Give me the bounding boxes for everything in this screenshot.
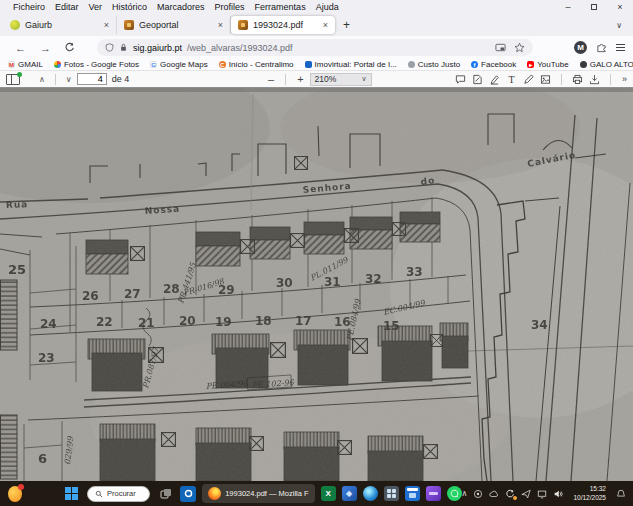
- outlook-icon[interactable]: [180, 486, 196, 502]
- start-button[interactable]: [64, 486, 80, 502]
- picture-in-picture-icon[interactable]: [495, 42, 506, 53]
- comment-tool-button[interactable]: [454, 73, 467, 86]
- menu-profiles[interactable]: Profiles: [210, 2, 250, 12]
- bookmark-google-fotos[interactable]: Fotos - Google Fotos: [54, 60, 139, 69]
- volume-icon[interactable]: [553, 489, 563, 499]
- bookmark-custojusto[interactable]: Custo Justo: [408, 60, 460, 69]
- tab-gaiurb[interactable]: Gaiurb ×: [3, 16, 117, 34]
- tab-label: 1993024.pdf: [253, 20, 318, 30]
- draw-tool-button[interactable]: [522, 73, 535, 86]
- bookmark-imovirtual[interactable]: Imovirtual: Portal de I...: [305, 60, 397, 69]
- extensions-icon[interactable]: [596, 42, 607, 53]
- tab-close-icon[interactable]: ×: [104, 20, 109, 30]
- whatsapp-icon[interactable]: [447, 486, 462, 501]
- url-bar[interactable]: sig.gaiurb.pt/web_alvaras/1993024.pdf: [97, 39, 533, 56]
- text-tool-button[interactable]: T: [505, 73, 518, 86]
- photos-icon[interactable]: ◆: [342, 486, 357, 501]
- galo-alto-icon: [580, 61, 587, 68]
- maximize-button[interactable]: [581, 0, 607, 14]
- bookmark-gmail[interactable]: MGMAIL: [8, 60, 43, 69]
- bookmark-youtube[interactable]: ▸YouTube: [527, 60, 568, 69]
- reload-button[interactable]: [58, 42, 81, 53]
- back-button[interactable]: ←: [8, 42, 33, 54]
- scanned-map-page: Rua Nossa Senhora do Calvário 25 26 27 2…: [0, 88, 633, 481]
- task-view-icon[interactable]: [158, 486, 174, 502]
- centralimo-icon: C: [219, 61, 226, 68]
- windows-taskbar: Procurar 1993024.pdf — Mozilla F X ◆ ∧: [0, 481, 633, 506]
- close-button[interactable]: ×: [607, 0, 633, 14]
- clock-time: 15:32: [590, 485, 606, 492]
- menu-bookmarks[interactable]: Marcadores: [152, 2, 210, 12]
- new-tab-button[interactable]: +: [335, 18, 358, 32]
- bookmark-google-maps[interactable]: GGoogle Maps: [150, 60, 208, 69]
- scan-noise-overlay: [0, 88, 633, 481]
- calculator-icon[interactable]: [384, 486, 399, 501]
- taskbar-window-title: 1993024.pdf — Mozilla F: [225, 489, 308, 498]
- taskbar-clock[interactable]: 15:32 10/12/2025: [573, 485, 606, 503]
- menu-tools[interactable]: Ferramentas: [250, 2, 311, 12]
- list-all-tabs-icon[interactable]: ∨: [616, 21, 630, 30]
- zoom-out-button[interactable]: –: [262, 73, 280, 85]
- pdf-page-canvas[interactable]: Rua Nossa Senhora do Calvário 25 26 27 2…: [0, 88, 633, 481]
- widgets-weather-icon[interactable]: [8, 486, 22, 502]
- minimize-button[interactable]: –: [555, 0, 581, 14]
- geoportal-favicon: [124, 20, 134, 30]
- tab-pdf-active[interactable]: 1993024.pdf ×: [231, 16, 335, 34]
- excel-icon[interactable]: X: [321, 486, 336, 501]
- zoom-in-button[interactable]: +: [291, 73, 309, 85]
- calendar-icon[interactable]: [405, 486, 420, 501]
- previous-page-icon[interactable]: ∧: [34, 75, 50, 84]
- alert-dot: [513, 496, 517, 500]
- taskbar-apps: 1993024.pdf — Mozilla F X ◆: [158, 484, 461, 503]
- notification-bell-icon[interactable]: [616, 489, 626, 499]
- clock-date: 10/12/2025: [573, 494, 606, 501]
- toggle-sidebar-icon[interactable]: [6, 74, 20, 85]
- onedrive-cloud-icon[interactable]: [489, 489, 499, 499]
- tab-strip: Gaiurb × Geoportal × 1993024.pdf × + ∨: [0, 14, 633, 36]
- page-number-input[interactable]: [77, 73, 107, 85]
- hidden-icons-chevron[interactable]: ∧: [462, 489, 468, 498]
- forward-button[interactable]: →: [33, 42, 58, 54]
- tracking-shield-icon[interactable]: [105, 43, 114, 52]
- bookmark-centralimo[interactable]: CInício - Centralimo: [219, 60, 294, 69]
- edge-icon[interactable]: [363, 486, 378, 501]
- notification-badge: [18, 484, 24, 490]
- tab-close-icon[interactable]: ×: [218, 20, 223, 30]
- app-menu-icon[interactable]: [616, 44, 625, 51]
- wallet-icon[interactable]: [426, 486, 441, 501]
- add-image-button[interactable]: [539, 73, 552, 86]
- pdf-favicon: [238, 20, 248, 30]
- menu-view[interactable]: Ver: [84, 2, 108, 12]
- search-label: Procurar: [107, 489, 136, 498]
- menu-file[interactable]: Ficheiro: [8, 2, 50, 12]
- more-tools-button[interactable]: »: [620, 74, 627, 84]
- maximize-icon: [591, 4, 597, 10]
- print-button[interactable]: [571, 73, 584, 86]
- highlight-tool-button[interactable]: [488, 73, 501, 86]
- tab-geoportal[interactable]: Geoportal ×: [117, 16, 231, 34]
- facebook-icon: f: [471, 61, 478, 68]
- download-button[interactable]: [588, 73, 601, 86]
- menu-history[interactable]: Histórico: [107, 2, 152, 12]
- display-device-icon[interactable]: [537, 489, 547, 499]
- youtube-icon: ▸: [527, 61, 534, 68]
- bookmarks-toolbar: MGMAIL Fotos - Google Fotos GGoogle Maps…: [0, 59, 633, 71]
- menu-edit[interactable]: Editar: [50, 2, 84, 12]
- zoom-level-select[interactable]: 210%∨: [310, 73, 372, 86]
- sync-alert-icon[interactable]: [505, 489, 515, 499]
- edit-document-button[interactable]: [471, 73, 484, 86]
- bookmark-galo-alto[interactable]: GALO ALTO - SOCIED...: [580, 60, 633, 69]
- taskbar-firefox-window-button[interactable]: 1993024.pdf — Mozilla F: [202, 484, 314, 503]
- imovirtual-icon: [305, 61, 312, 68]
- taskbar-search[interactable]: Procurar: [87, 486, 150, 502]
- account-avatar[interactable]: M: [574, 41, 587, 54]
- tab-close-icon[interactable]: ×: [323, 20, 328, 30]
- bookmark-star-icon[interactable]: [514, 42, 525, 53]
- zoom-controls: – + 210%∨: [262, 73, 372, 86]
- security-status-icon[interactable]: [473, 489, 483, 499]
- bookmark-facebook[interactable]: fFacebook: [471, 60, 516, 69]
- menu-help[interactable]: Ajuda: [311, 2, 344, 12]
- nearby-share-icon[interactable]: [521, 489, 531, 499]
- next-page-icon[interactable]: ∨: [61, 75, 77, 84]
- lock-icon[interactable]: [119, 43, 128, 52]
